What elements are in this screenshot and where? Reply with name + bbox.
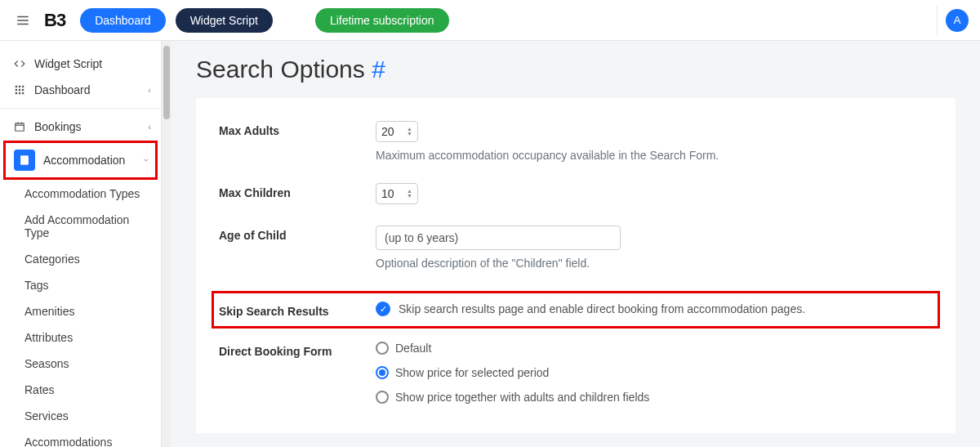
topbar: B3 Dashboard Widget Script Lifetime subs… xyxy=(0,0,980,41)
sidebar-item-tags[interactable]: Tags xyxy=(0,272,161,298)
help-age-of-child: Optional description of the "Children" f… xyxy=(376,257,882,270)
sidebar-item-accommodation-types[interactable]: Accommodation Types xyxy=(0,181,161,207)
sidebar-item-label: Accommodations xyxy=(24,436,112,447)
sidebar: Widget Script Dashboard ‹ Bookings ‹ Acc… xyxy=(0,41,162,447)
row-age-of-child: Age of Child Optional description of the… xyxy=(219,226,933,270)
svg-rect-3 xyxy=(16,86,17,87)
radio-price-period[interactable]: Show price for selected period xyxy=(376,366,882,379)
row-max-children: Max Children 10 ▲▼ xyxy=(219,183,933,204)
divider xyxy=(0,108,161,109)
max-children-input[interactable]: 10 ▲▼ xyxy=(376,183,418,204)
sidebar-item-add-accommodation-type[interactable]: Add Accommodation Type xyxy=(0,207,161,246)
dashboard-button[interactable]: Dashboard xyxy=(80,8,166,33)
chevron-left-icon: ‹ xyxy=(148,122,151,132)
age-of-child-input[interactable] xyxy=(376,226,621,250)
row-skip-search-results: Skip Search Results ✓ Skip search result… xyxy=(212,291,940,329)
stepper-icon[interactable]: ▲▼ xyxy=(407,127,412,136)
radio-default[interactable]: Default xyxy=(376,342,882,355)
radio-label: Show price together with adults and chil… xyxy=(395,391,649,404)
sidebar-item-categories[interactable]: Categories xyxy=(0,246,161,272)
sidebar-item-amenities[interactable]: Amenities xyxy=(0,298,161,324)
sidebar-item-attributes[interactable]: Attributes xyxy=(0,324,161,351)
svg-rect-9 xyxy=(16,92,17,94)
accommodation-icon xyxy=(14,150,35,171)
stepper-icon[interactable]: ▲▼ xyxy=(407,189,412,199)
sidebar-item-seasons[interactable]: Seasons xyxy=(0,351,161,377)
sidebar-item-dashboard[interactable]: Dashboard ‹ xyxy=(0,77,161,103)
radio-icon-selected[interactable] xyxy=(376,366,389,379)
grid-icon xyxy=(10,84,29,96)
code-icon xyxy=(10,58,29,69)
sidebar-item-label: Dashboard xyxy=(34,83,148,96)
radio-label: Show price for selected period xyxy=(395,366,549,379)
svg-rect-11 xyxy=(22,92,24,94)
content: Search Options # Max Adults 20 ▲▼ Maximu… xyxy=(172,41,980,447)
field-max-children: 10 ▲▼ xyxy=(376,183,882,204)
svg-rect-16 xyxy=(20,156,28,165)
settings-panel: Max Adults 20 ▲▼ Maximum accommodation o… xyxy=(196,98,956,433)
svg-rect-4 xyxy=(19,86,20,87)
label-max-children: Max Children xyxy=(219,183,376,199)
sidebar-item-bookings[interactable]: Bookings ‹ xyxy=(0,114,161,140)
svg-rect-7 xyxy=(19,89,20,91)
radio-icon[interactable] xyxy=(376,391,389,404)
logo[interactable]: B3 xyxy=(44,10,65,31)
radio-price-adults[interactable]: Show price together with adults and chil… xyxy=(376,391,882,404)
scrollbar-thumb[interactable] xyxy=(163,46,170,119)
sidebar-item-accommodations[interactable]: Accommodations xyxy=(0,429,161,447)
sidebar-item-accommodation[interactable]: Accommodation ‹ xyxy=(6,143,155,177)
help-max-adults: Maximum accommodation occupancy availabl… xyxy=(376,149,882,162)
label-skip-search: Skip Search Results xyxy=(219,302,376,318)
page-title: Search Options # xyxy=(196,56,956,83)
topbar-right: A xyxy=(937,6,969,35)
sidebar-item-label: Widget Script xyxy=(34,57,151,70)
widget-script-button[interactable]: Widget Script xyxy=(176,8,273,33)
label-max-adults: Max Adults xyxy=(219,121,376,137)
sidebar-item-label: Attributes xyxy=(24,331,73,344)
max-adults-input[interactable]: 20 ▲▼ xyxy=(376,121,418,142)
sidebar-item-label: Categories xyxy=(24,253,80,266)
sidebar-item-services[interactable]: Services xyxy=(0,403,161,429)
skip-search-desc: Skip search results page and enable dire… xyxy=(399,302,805,315)
sidebar-item-label: Bookings xyxy=(34,120,148,133)
user-avatar[interactable]: A xyxy=(946,9,969,32)
layout: Widget Script Dashboard ‹ Bookings ‹ Acc… xyxy=(0,41,980,447)
radio-label: Default xyxy=(395,342,431,355)
sidebar-item-label: Rates xyxy=(24,383,55,396)
max-children-value: 10 xyxy=(381,187,394,200)
skip-search-checkbox-row[interactable]: ✓ Skip search results page and enable di… xyxy=(376,302,882,316)
svg-rect-12 xyxy=(16,123,24,131)
calendar-icon xyxy=(10,121,29,132)
sidebar-item-label: Accommodation xyxy=(43,154,144,167)
svg-rect-8 xyxy=(22,89,24,91)
row-direct-booking-form: Direct Booking Form Default Show price f… xyxy=(219,342,933,404)
svg-rect-5 xyxy=(22,86,24,87)
field-skip-search: ✓ Skip search results page and enable di… xyxy=(376,302,882,316)
scrollbar[interactable] xyxy=(162,41,172,447)
radio-icon[interactable] xyxy=(376,342,389,355)
label-direct-booking: Direct Booking Form xyxy=(219,342,376,358)
sidebar-item-label: Add Accommodation Type xyxy=(24,213,151,239)
field-direct-booking: Default Show price for selected period S… xyxy=(376,342,882,404)
row-max-adults: Max Adults 20 ▲▼ Maximum accommodation o… xyxy=(219,121,933,162)
svg-rect-6 xyxy=(16,89,17,91)
checkbox-checked-icon[interactable]: ✓ xyxy=(376,302,390,316)
field-max-adults: 20 ▲▼ Maximum accommodation occupancy av… xyxy=(376,121,882,162)
field-age-of-child: Optional description of the "Children" f… xyxy=(376,226,882,270)
chevron-down-icon: ‹ xyxy=(140,159,150,162)
sidebar-item-rates[interactable]: Rates xyxy=(0,377,161,403)
lifetime-subscription-button[interactable]: Lifetime subscription xyxy=(315,8,449,33)
highlight-accommodation: Accommodation ‹ xyxy=(3,141,158,180)
sidebar-item-label: Tags xyxy=(24,279,49,292)
chevron-left-icon: ‹ xyxy=(148,85,151,95)
menu-toggle-button[interactable] xyxy=(11,9,34,32)
divider xyxy=(937,6,938,35)
max-adults-value: 20 xyxy=(381,125,394,138)
sidebar-item-label: Accommodation Types xyxy=(24,187,140,200)
page-title-anchor[interactable]: # xyxy=(372,56,385,83)
page-title-text: Search Options xyxy=(196,56,372,83)
topbar-left: B3 Dashboard Widget Script Lifetime subs… xyxy=(11,8,449,33)
sidebar-item-label: Services xyxy=(24,409,69,422)
sidebar-item-widget-script[interactable]: Widget Script xyxy=(0,51,161,77)
sidebar-item-label: Amenities xyxy=(24,305,74,318)
